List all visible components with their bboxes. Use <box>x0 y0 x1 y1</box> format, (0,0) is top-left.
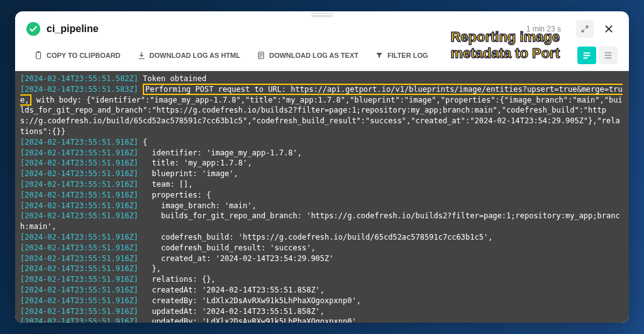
log-text: codefresh_build: 'https://g.codefresh.io… <box>138 233 493 242</box>
svg-rect-5 <box>584 55 591 56</box>
timestamp: [2024-02-14T23:55:51.916Z] <box>20 138 138 147</box>
timestamp: [2024-02-14T23:55:51.916Z] <box>20 159 138 167</box>
download-html-button[interactable]: DOWNLOAD LOG AS HTML <box>130 47 248 64</box>
log-line: [2024-02-14T23:55:51.916Z] updatedAt: '2… <box>20 306 624 317</box>
log-text: updatedAt: '2024-02-14T23:55:51.858Z', <box>138 307 325 316</box>
timestamp: [2024-02-14T23:55:51.916Z] <box>20 148 138 157</box>
timestamp: [2024-02-14T23:55:51.916Z] <box>20 169 138 178</box>
clipboard-icon <box>34 51 43 60</box>
log-text: created_at: '2024-02-14T23:54:29.905Z' <box>138 254 334 263</box>
svg-rect-1 <box>36 52 41 59</box>
log-text: createdAt: '2024-02-14T23:55:51.858Z', <box>138 286 325 294</box>
filter-label: FILTER LOG <box>387 52 428 59</box>
timestamp: [2024-02-14T23:55:51.916Z] <box>20 191 138 199</box>
expand-button[interactable] <box>576 20 594 38</box>
view-list-button[interactable] <box>599 47 618 64</box>
timestamp: [2024-02-14T23:55:51.916Z] <box>20 264 138 273</box>
pipeline-title: ci_pipeline <box>47 23 520 35</box>
file-text-icon <box>257 51 265 60</box>
log-text: with body: {"identifier":"image_my_app-1… <box>20 96 623 136</box>
timestamp: [2024-02-14T23:55:51.916Z] <box>20 211 138 220</box>
download-html-label: DOWNLOAD LOG AS HTML <box>150 52 240 59</box>
timestamp: [2024-02-14T23:55:51.916Z] <box>20 317 138 323</box>
copy-clipboard-button[interactable]: COPY TO CLIPBOARD <box>26 47 128 64</box>
timestamp: [2024-02-14T23:55:51.916Z] <box>20 233 138 242</box>
svg-rect-7 <box>605 52 612 53</box>
filter-log-button[interactable]: FILTER LOG <box>367 47 436 64</box>
log-line: [2024-02-14T23:55:51.916Z] identifier: '… <box>20 148 624 159</box>
svg-rect-2 <box>37 52 40 53</box>
log-output[interactable]: [2024-02-14T23:55:51.582Z] Token obtaine… <box>15 71 629 323</box>
log-text: relations: {}, <box>138 275 216 284</box>
timestamp: [2024-02-14T23:55:51.916Z] <box>20 180 138 189</box>
download-text-label: DOWNLOAD LOG AS TEXT <box>269 52 358 59</box>
timestamp: [2024-02-14T23:55:51.916Z] <box>20 201 138 210</box>
log-line: [2024-02-14T23:55:51.916Z] team: [], <box>20 179 624 190</box>
timestamp: [2024-02-14T23:55:51.582Z] <box>20 74 138 83</box>
timestamp: [2024-02-14T23:55:51.916Z] <box>20 296 138 305</box>
log-line: [2024-02-14T23:55:51.916Z] image_branch:… <box>20 201 624 211</box>
log-text: updatedBy: 'LdXlx2DsAvRXw91k5LhPhaXOgoxp… <box>138 317 357 323</box>
svg-rect-4 <box>584 52 591 53</box>
svg-rect-9 <box>605 57 612 58</box>
log-line: [2024-02-14T23:55:51.582Z] Token obtaine… <box>20 74 624 84</box>
timestamp: [2024-02-14T23:55:51.916Z] <box>20 286 138 294</box>
log-text: { <box>138 138 147 147</box>
view-wrap-button[interactable] <box>577 47 596 64</box>
log-line: [2024-02-14T23:55:51.583Z] Performing PO… <box>20 84 624 137</box>
log-text: }, <box>138 264 161 273</box>
annotation-callout: Reporting image metadata to Port <box>450 29 560 62</box>
download-icon <box>137 51 146 60</box>
log-line: [2024-02-14T23:55:51.916Z] codefresh_bui… <box>20 232 624 243</box>
log-line: [2024-02-14T23:55:51.916Z] codefresh_bui… <box>20 243 624 253</box>
wrap-icon <box>582 50 592 60</box>
log-text: identifier: 'image_my_app-1.7.8', <box>138 148 302 157</box>
log-text: Token obtained <box>143 74 206 83</box>
expand-icon <box>580 25 589 33</box>
log-text: image_branch: 'main', <box>138 201 257 210</box>
log-line: [2024-02-14T23:55:51.916Z] { <box>20 137 624 148</box>
log-text: team: [], <box>138 180 193 189</box>
view-toggle <box>577 47 618 64</box>
timestamp: [2024-02-14T23:55:51.916Z] <box>20 243 138 252</box>
log-line: [2024-02-14T23:55:51.916Z] }, <box>20 264 624 274</box>
timestamp: [2024-02-14T23:55:51.916Z] <box>20 254 138 263</box>
log-line: [2024-02-14T23:55:51.916Z] createdAt: '2… <box>20 285 624 296</box>
log-text: properties: { <box>138 191 211 199</box>
filter-icon <box>375 51 384 60</box>
log-text: title: 'my_app:1.7.8', <box>138 159 252 167</box>
log-line: [2024-02-14T23:55:51.916Z] created_at: '… <box>20 253 624 264</box>
drag-handle[interactable] <box>311 13 333 17</box>
close-button[interactable] <box>600 20 618 38</box>
timestamp: [2024-02-14T23:55:51.916Z] <box>20 275 138 284</box>
log-text: createdBy: 'LdXlx2DsAvRXw91k5LhPhaXOgoxp… <box>138 296 361 305</box>
check-circle-icon <box>26 22 40 36</box>
copy-label: COPY TO CLIPBOARD <box>47 52 121 59</box>
timestamp: [2024-02-14T23:55:51.583Z] <box>20 85 138 94</box>
log-line: [2024-02-14T23:55:51.916Z] properties: { <box>20 190 624 201</box>
timestamp: [2024-02-14T23:55:51.916Z] <box>20 307 138 316</box>
svg-rect-8 <box>605 55 612 55</box>
log-modal: ci_pipeline 1 min 23 s Reporting image m… <box>15 11 629 323</box>
log-text: codefresh_build_result: 'success', <box>138 243 316 252</box>
log-line: [2024-02-14T23:55:51.916Z] title: 'my_ap… <box>20 158 624 169</box>
close-icon <box>604 24 614 34</box>
svg-rect-6 <box>584 57 588 58</box>
log-line: [2024-02-14T23:55:51.916Z] createdBy: 'L… <box>20 296 624 306</box>
log-text: blueprint: 'image', <box>138 169 238 178</box>
download-text-button[interactable]: DOWNLOAD LOG AS TEXT <box>249 47 366 64</box>
log-line: [2024-02-14T23:55:51.916Z] builds_for_gi… <box>20 211 624 232</box>
log-line: [2024-02-14T23:55:51.916Z] relations: {}… <box>20 274 624 285</box>
list-icon <box>603 50 613 60</box>
log-line: [2024-02-14T23:55:51.916Z] updatedBy: 'L… <box>20 316 624 323</box>
log-line: [2024-02-14T23:55:51.916Z] blueprint: 'i… <box>20 169 624 179</box>
